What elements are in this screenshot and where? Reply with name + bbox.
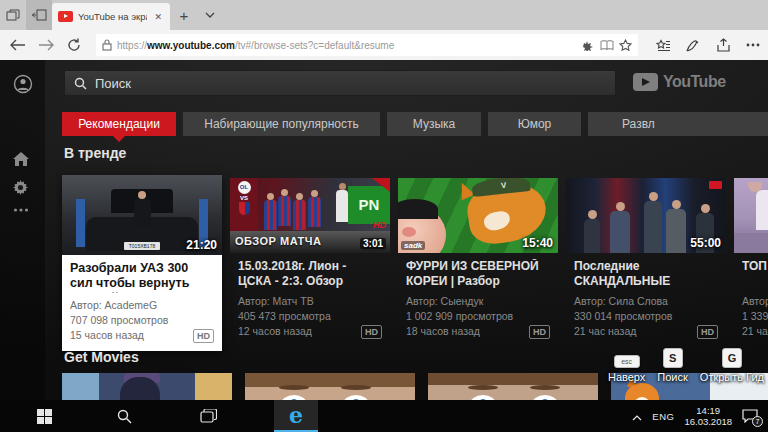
video-title: 15.03.2018г. Лион - ЦСКА - 2:3. Обзор от… [238,259,382,289]
youtube-logo: YouTube [633,73,726,91]
video-card[interactable]: OL VS PN ОБЗОР МАТЧА HD 3:01 [230,175,390,351]
youtube-favicon [58,11,73,22]
share-icon[interactable] [708,31,738,59]
video-views: 330 014 просмотров [574,309,718,324]
g-keycap: G [722,348,742,368]
category-tabs: Рекомендации Набирающие популярность Муз… [62,112,768,136]
tabs-set-aside-list-icon[interactable] [0,0,26,30]
profile-icon[interactable] [13,74,33,94]
s-keycap: S [663,348,683,368]
new-tab-button[interactable]: + [170,0,198,30]
tab-recommendations[interactable]: Рекомендации [62,112,176,136]
start-button[interactable] [22,400,66,432]
set-tabs-aside-icon[interactable] [26,0,52,30]
section-title-trending: В тренде [64,145,126,161]
video-thumbnail: 55:00 [566,178,726,253]
video-title: ТОП 5 - Н (Мои лю [742,259,768,289]
browser-toolbar: https://www.youtube.com/tv#/browse-sets?… [0,30,768,60]
video-views: 707 098 просмотров [70,313,214,328]
reading-view-icon[interactable] [600,40,614,51]
tab-humor[interactable]: Юмор [488,112,581,136]
video-views: 405 473 просмотра [238,309,382,324]
address-bar[interactable]: https://www.youtube.com/tv#/browse-sets?… [96,34,638,56]
duration-badge: 21:20 [186,238,217,252]
tray-chevron-icon[interactable] [632,407,642,425]
video-thumbnail [734,178,768,253]
channel-logo [709,181,722,189]
team-badge-cska [239,202,250,215]
license-plate: Т015ХВ178 [124,242,160,250]
task-view-icon[interactable] [186,400,230,432]
browser-tab-bar: YouTube на экране тел ✕ + [0,0,768,30]
edge-taskbar-icon[interactable]: e [274,400,318,432]
hub-favorites-icon[interactable] [648,31,678,59]
tab-entertainment[interactable]: Развл [588,112,768,136]
movie-thumbnail[interactable] [245,373,415,400]
add-favorite-star-icon[interactable] [619,39,632,51]
language-indicator[interactable]: ENG [652,411,674,422]
search-icon [74,77,87,90]
movie-thumbnail[interactable] [62,373,232,400]
video-author: Автор: Матч ТВ [238,294,382,309]
keyboard-shortcut-hints: esc Наверх S Поиск G Открыть Гид [608,348,768,383]
video-age: 18 часов назад [406,324,480,339]
forward-icon[interactable] [32,31,60,59]
clock[interactable]: 14:19 16.03.2018 [684,405,732,427]
home-icon[interactable] [13,152,29,166]
video-card[interactable]: Т015ХВ178 21:20 Разобрали УАЗ 300 сил чт… [62,175,222,351]
youtube-play-icon [633,73,658,91]
video-age: 15 часов назад [70,328,144,343]
extension-icon[interactable] [582,39,595,51]
video-thumbnail: OL VS PN ОБЗОР МАТЧА HD 3:01 [230,178,390,253]
taskbar-search-icon[interactable] [102,400,146,432]
sidebar [0,60,45,400]
video-author: Автор: Сила Слова [574,294,718,309]
video-thumbnail: V sadk 15:40 [398,178,558,253]
thumbnail-banner: ОБЗОР МАТЧА HD 3:01 [230,231,390,253]
browser-tab[interactable]: YouTube на экране тел ✕ [52,3,170,30]
shortcut-label-search: Поиск [657,371,687,383]
action-center-icon[interactable]: 7 [742,409,758,423]
tab-title: YouTube на экране тел [78,11,147,22]
web-notes-pen-icon[interactable] [678,31,708,59]
tab-trending-up[interactable]: Набирающие популярность [183,112,380,136]
video-title: ФУРРИ ИЗ СЕВЕРНОЙ КОРЕИ | Разбор [406,259,550,289]
duration-badge: 15:40 [522,236,553,250]
url-text: https://www.youtube.com/tv#/browse-sets?… [117,40,577,51]
search-input[interactable]: Поиск [64,70,616,96]
video-author: Автор: Сыендук [406,294,550,309]
back-icon[interactable] [4,31,32,59]
notification-count-badge: 7 [752,416,763,427]
hd-badge: HD [697,325,718,339]
more-ellipsis-icon[interactable] [13,208,29,212]
clock-time: 14:19 [696,405,720,416]
shortcut-label-top: Наверх [608,371,645,383]
gear-icon[interactable] [13,180,28,195]
video-age: 21 час назад [574,324,636,339]
video-title: Последние СКАНДАЛЬНЫЕ ДЕБАТЫ у Соловьева [574,259,718,289]
shortcut-label-guide: Открыть Гид [700,371,764,383]
search-placeholder: Поиск [95,76,131,91]
video-author: Автор: МО [742,294,768,309]
video-age: 12 часов назад [238,324,312,339]
tab-music[interactable]: Музыка [387,112,481,136]
youtube-tv-app: Поиск YouTube Рекомендации Набирающие по… [0,60,768,400]
video-card[interactable]: ТОП 5 - Н (Мои лю Автор: МО 1 339 227 21… [734,175,768,351]
video-author: Автор: AcademeG [70,298,214,313]
banner-text: ОБЗОР МАТЧА [235,235,321,247]
screen: YouTube на экране тел ✕ + https://www.yo… [0,0,768,432]
settings-ellipsis-icon[interactable] [738,31,768,59]
hd-red-logo: HD [373,220,386,230]
section-title-get-movies: Get Movies [64,349,139,365]
video-title: Разобрали УАЗ 300 сил чтобы вернуть полн… [70,261,214,293]
movie-thumbnail[interactable] [428,373,598,400]
lock-icon [102,39,112,51]
tab-close-icon[interactable]: ✕ [152,10,164,24]
video-card[interactable]: 55:00 Последние СКАНДАЛЬНЫЕ ДЕБАТЫ у Сол… [566,175,726,351]
tab-preview-chevron-icon[interactable] [198,0,222,30]
clock-date: 16.03.2018 [684,416,732,427]
video-card[interactable]: V sadk 15:40 ФУРРИ ИЗ СЕВЕРНОЙ КОРЕИ | Р… [398,175,558,351]
refresh-icon[interactable] [60,31,88,59]
hd-badge: HD [193,329,214,343]
video-age: 21 час наз [742,324,768,339]
